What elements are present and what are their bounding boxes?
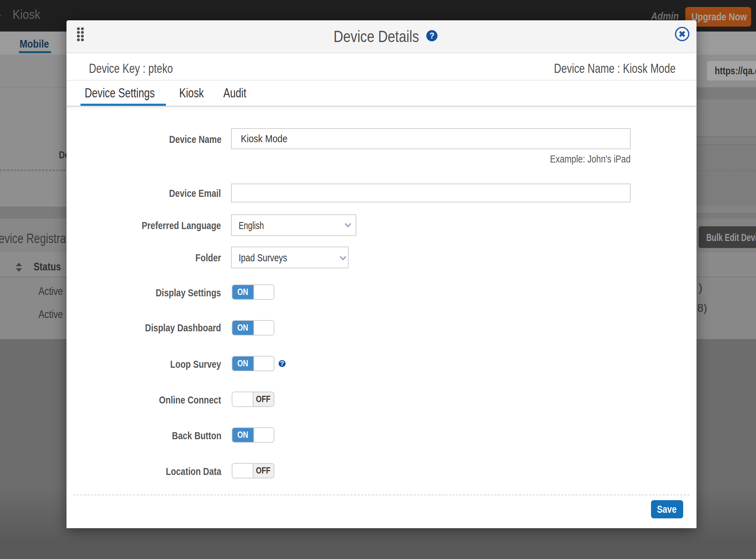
svg-text:?: ? <box>429 31 434 40</box>
